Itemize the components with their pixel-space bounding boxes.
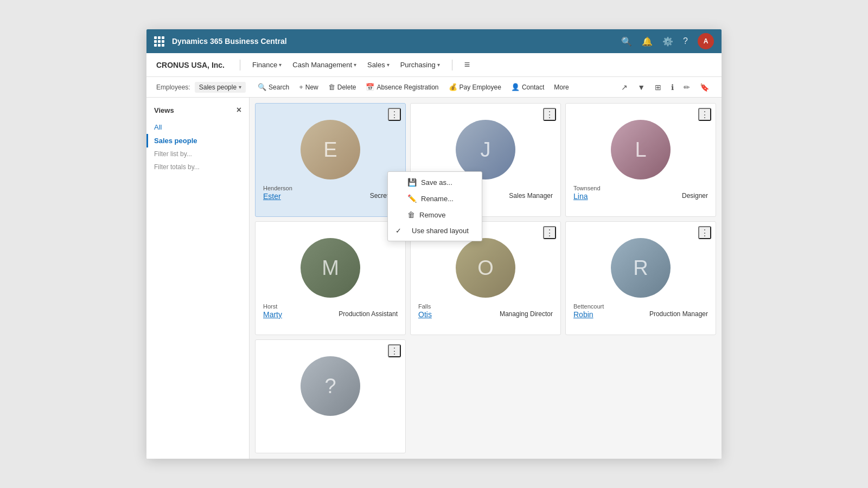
hamburger-icon[interactable]: ≡ (459, 59, 476, 70)
menu-item-icon: 💾 (407, 178, 417, 187)
views-title: Views (154, 106, 174, 114)
pay-icon: 💰 (449, 83, 457, 91)
employee-firstname[interactable]: Ester (263, 192, 281, 201)
menu-item-label: Use shared layout (412, 227, 469, 235)
employee-role: Sales Manager (509, 192, 553, 201)
employee-lastname: Townsend (573, 185, 708, 191)
context-menu: 💾 Save as... ✏️ Rename... 🗑 Remove ✓ Use… (387, 171, 482, 241)
sidebar-header: Views × (146, 105, 249, 120)
actionbar: Employees: Sales people ▾ 🔍 Search + New… (146, 77, 722, 98)
employee-firstname[interactable]: Otis (418, 310, 432, 319)
context-menu-item[interactable]: ✓ Use shared layout (388, 223, 482, 239)
sidebar-item-all[interactable]: All (146, 120, 249, 134)
employees-label: Employees: (156, 84, 190, 91)
subnav: CRONUS USA, Inc. Finance ▾ Cash Manageme… (146, 53, 722, 77)
employee-card: ⋮ L Townsend Lina Designer (565, 103, 716, 217)
topbar-icons: 🔍 🔔 ⚙️ ? A (621, 33, 714, 49)
menu-item-label: Save as... (421, 178, 452, 187)
context-menu-item[interactable]: ✏️ Rename... (388, 190, 482, 207)
company-name[interactable]: CRONUS USA, Inc. (156, 61, 225, 69)
check-icon: ✓ (395, 227, 403, 235)
content-area: Views × All Sales people Filter list by.… (146, 98, 722, 459)
nav-divider-2 (452, 60, 452, 70)
user-avatar[interactable]: A (698, 33, 714, 49)
new-button[interactable]: + New (295, 81, 323, 93)
avatar: L (611, 120, 671, 179)
nav-purchasing[interactable]: Purchasing ▾ (395, 53, 445, 77)
menu-item-label: Remove (419, 211, 445, 219)
filter-totals-button[interactable]: Filter totals by... (146, 160, 249, 174)
employees-dropdown[interactable]: Sales people ▾ (195, 82, 246, 93)
card-menu-button[interactable]: ⋮ (698, 226, 711, 239)
delete-button[interactable]: 🗑 Delete (324, 81, 361, 93)
absence-registration-button[interactable]: 📅 Absence Registration (361, 81, 443, 93)
filter-list-button[interactable]: Filter list by... (146, 147, 249, 160)
card-menu-button[interactable]: ⋮ (543, 226, 556, 239)
plus-icon: + (299, 83, 303, 91)
help-icon[interactable]: ? (683, 36, 688, 46)
edit-icon[interactable]: ✏ (681, 81, 693, 93)
card-name-row: Ester Secretary (263, 192, 398, 201)
search-icon[interactable]: 🔍 (621, 36, 632, 47)
contact-icon: 👤 (511, 83, 520, 91)
card-name-row: Marty Production Assistant (263, 310, 398, 319)
employee-firstname[interactable]: Robin (573, 310, 593, 319)
employee-role: Managing Director (500, 310, 553, 319)
context-menu-item[interactable]: 💾 Save as... (388, 174, 482, 190)
employee-card: ⋮ R Bettencourt Robin Production Manager (565, 221, 716, 335)
employee-lastname: Bettencourt (573, 303, 708, 310)
chevron-down-icon: ▾ (354, 62, 356, 68)
menu-item-label: Rename... (421, 195, 454, 203)
nav-cash-management[interactable]: Cash Management ▾ (287, 53, 362, 77)
topbar: Dynamics 365 Business Central 🔍 🔔 ⚙️ ? A (146, 29, 722, 53)
chevron-down-icon: ▾ (387, 62, 390, 68)
context-menu-item[interactable]: 🗑 Remove (388, 207, 482, 223)
card-name-row: Robin Production Manager (573, 310, 708, 319)
sidebar: Views × All Sales people Filter list by.… (146, 98, 250, 459)
sidebar-item-sales-people[interactable]: Sales people (146, 134, 249, 147)
card-menu-button[interactable]: ⋮ (388, 344, 401, 357)
employee-lastname: Henderson (263, 185, 398, 191)
card-menu-button[interactable]: ⋮ (388, 108, 401, 121)
settings-icon[interactable]: ⚙️ (662, 36, 673, 47)
avatar: O (456, 238, 515, 298)
avatar: R (611, 238, 671, 298)
bell-icon[interactable]: 🔔 (642, 36, 653, 47)
avatar: J (456, 120, 515, 179)
nav-finance[interactable]: Finance ▾ (247, 53, 287, 77)
cards-grid: ⋮ E Henderson Ester Secretary ⋮ J Olive … (250, 98, 722, 459)
employee-role: Designer (682, 192, 708, 201)
share-icon[interactable]: ↗ (618, 81, 630, 93)
more-button[interactable]: More (550, 82, 573, 93)
employee-role: Production Assistant (339, 310, 398, 319)
filter-icon[interactable]: ▼ (635, 81, 648, 93)
avatar: E (301, 120, 360, 179)
avatar: ? (301, 356, 360, 416)
contact-button[interactable]: 👤 Contact (507, 81, 548, 93)
search-button[interactable]: 🔍 Search (253, 81, 293, 93)
menu-item-icon: 🗑 (407, 210, 415, 219)
employee-card: ⋮ ? (255, 339, 406, 453)
employee-lastname: Horst (263, 303, 398, 310)
card-name-row: Otis Managing Director (418, 310, 553, 319)
employee-firstname[interactable]: Marty (263, 310, 282, 319)
info-icon[interactable]: ℹ (668, 81, 676, 93)
close-sidebar-button[interactable]: × (237, 105, 241, 115)
app-launcher-icon[interactable] (154, 36, 164, 47)
employee-firstname[interactable]: Lina (573, 192, 588, 201)
card-menu-button[interactable]: ⋮ (698, 108, 711, 121)
nav-divider (240, 60, 240, 70)
bookmark-icon[interactable]: 🔖 (697, 81, 712, 93)
employee-card: ⋮ M Horst Marty Production Assistant (255, 221, 406, 335)
delete-icon: 🗑 (328, 83, 335, 91)
pay-employee-button[interactable]: 💰 Pay Employee (444, 81, 506, 93)
main-window: Dynamics 365 Business Central 🔍 🔔 ⚙️ ? A… (146, 29, 722, 459)
table-icon[interactable]: ⊞ (652, 81, 664, 93)
chevron-down-icon: ▾ (437, 62, 440, 68)
menu-item-icon: ✏️ (407, 194, 417, 203)
nav-sales[interactable]: Sales ▾ (362, 53, 395, 77)
calendar-icon: 📅 (366, 83, 374, 91)
employee-card: ⋮ E Henderson Ester Secretary (255, 103, 406, 217)
search-icon: 🔍 (258, 83, 266, 91)
card-menu-button[interactable]: ⋮ (543, 108, 556, 121)
